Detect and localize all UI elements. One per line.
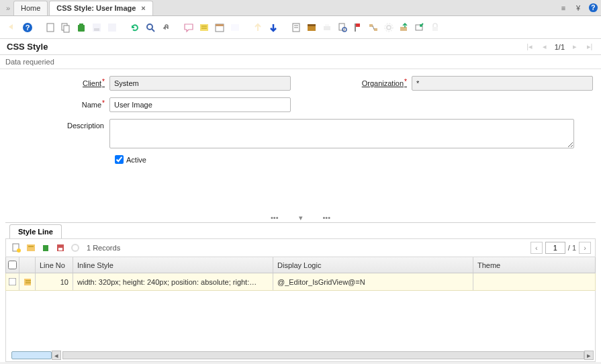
svg-rect-36 (400, 27, 407, 31)
svg-rect-29 (355, 24, 356, 32)
grid-edit-icon[interactable] (25, 242, 37, 254)
svg-rect-32 (374, 28, 377, 31)
chat-icon[interactable] (182, 21, 195, 34)
description-field[interactable] (109, 119, 574, 148)
next-record-icon[interactable]: ▸ (570, 42, 580, 52)
organization-label[interactable]: Organization* (338, 79, 412, 87)
lock-icon[interactable] (428, 21, 442, 34)
flag-icon[interactable] (351, 21, 365, 34)
svg-rect-31 (369, 24, 373, 27)
client-label[interactable]: Client* (5, 79, 109, 87)
records-count: 1 Records (87, 244, 120, 252)
svg-rect-27 (339, 24, 344, 30)
active-checkbox[interactable] (115, 155, 124, 164)
cell-dlogic: @_Editor_IsGridView@=N (273, 273, 473, 290)
workflow-icon[interactable] (367, 21, 380, 34)
grid-page-input[interactable] (545, 242, 565, 254)
grid-refresh-icon[interactable] (69, 242, 81, 254)
undo-icon[interactable] (5, 21, 19, 34)
request-icon[interactable] (228, 21, 242, 34)
svg-point-35 (385, 24, 393, 32)
hscroll-track[interactable] (62, 351, 584, 359)
organization-field[interactable] (412, 76, 593, 91)
delete-icon[interactable] (75, 21, 88, 34)
svg-point-40 (17, 248, 21, 253)
parent-icon[interactable] (251, 21, 265, 34)
svg-text:?: ? (26, 24, 30, 32)
svg-point-12 (147, 24, 152, 30)
tab-style-line[interactable]: Style Line (9, 224, 62, 238)
svg-text:?: ? (591, 4, 595, 11)
svg-rect-30 (356, 24, 360, 27)
grid-prev-page-icon[interactable]: ‹ (530, 242, 543, 254)
svg-rect-24 (308, 24, 316, 26)
export-icon[interactable] (398, 21, 411, 34)
cell-inline: width: 320px; height: 240px; position: a… (73, 273, 273, 290)
save-icon[interactable] (90, 21, 103, 34)
note-icon[interactable] (197, 21, 211, 34)
copy-icon[interactable] (59, 21, 73, 34)
close-icon[interactable]: × (141, 4, 145, 12)
first-record-icon[interactable]: |◂ (525, 42, 535, 52)
svg-line-13 (152, 29, 154, 32)
table-row[interactable]: 10 width: 320px; height: 240px; position… (5, 273, 596, 291)
name-field[interactable] (109, 97, 291, 112)
col-header-theme[interactable]: Theme (473, 257, 595, 273)
hscroll-thumb[interactable] (11, 351, 52, 359)
hscroll-left-icon[interactable]: ◂ (52, 351, 61, 360)
client-field[interactable] (109, 76, 291, 91)
svg-point-34 (387, 26, 391, 30)
printpreview-icon[interactable] (336, 21, 349, 34)
svg-rect-45 (58, 248, 62, 251)
last-record-icon[interactable]: ▸| (585, 42, 594, 52)
collapse-icon[interactable]: ¥ (573, 3, 584, 13)
svg-rect-18 (216, 24, 224, 26)
grid-new-icon[interactable] (10, 242, 22, 254)
grid-row-checkbox[interactable] (9, 278, 17, 286)
grid-save-icon[interactable] (54, 242, 66, 254)
help-toolbar-icon[interactable]: ? (21, 21, 34, 34)
svg-rect-41 (27, 244, 35, 251)
svg-rect-6 (64, 26, 69, 32)
svg-rect-47 (24, 279, 31, 285)
grid-select-all-checkbox[interactable] (8, 261, 17, 269)
split-chevron-icon[interactable]: ▾ (299, 214, 303, 222)
import-icon[interactable] (413, 21, 426, 34)
svg-rect-38 (432, 27, 438, 31)
attachment-icon[interactable] (159, 21, 173, 34)
tab-active[interactable]: CSS Style: User Image × (49, 1, 152, 15)
svg-rect-19 (231, 24, 239, 31)
grid-row-edit-icon[interactable] (19, 273, 36, 290)
split-dots-left: ••• (271, 214, 279, 222)
svg-rect-8 (79, 24, 83, 25)
grid-next-page-icon[interactable]: › (579, 242, 591, 254)
hscroll-right-icon[interactable]: ▸ (584, 351, 594, 360)
archive-icon[interactable] (305, 21, 318, 34)
svg-rect-43 (43, 245, 48, 251)
search-icon[interactable] (144, 21, 157, 34)
help-icon[interactable]: ? (588, 3, 598, 13)
gear-icon[interactable] (382, 21, 396, 34)
print-icon[interactable] (320, 21, 334, 34)
grid-page-total: / 1 (568, 244, 576, 252)
cell-theme (473, 273, 595, 290)
report-icon[interactable] (289, 21, 303, 34)
new-icon[interactable] (44, 21, 57, 34)
page-title: CSS Style (7, 42, 48, 52)
col-header-lineno[interactable]: Line No (36, 257, 73, 273)
calendar-icon[interactable] (213, 21, 226, 34)
svg-rect-14 (200, 24, 208, 31)
svg-line-33 (373, 26, 374, 30)
refresh-icon[interactable] (128, 21, 142, 34)
svg-rect-25 (324, 26, 330, 30)
grid-delete-icon[interactable] (40, 242, 52, 254)
col-header-dlogic[interactable]: Display Logic (273, 257, 473, 273)
tab-home[interactable]: Home (13, 1, 48, 15)
svg-rect-10 (94, 28, 99, 31)
menu-icon[interactable]: ≡ (558, 3, 569, 13)
expand-icon[interactable]: » (3, 4, 13, 12)
detail-icon[interactable] (267, 21, 280, 34)
col-header-inline[interactable]: Inline Style (73, 257, 273, 273)
prev-record-icon[interactable]: ◂ (540, 42, 549, 52)
saveclose-icon[interactable] (105, 21, 119, 34)
